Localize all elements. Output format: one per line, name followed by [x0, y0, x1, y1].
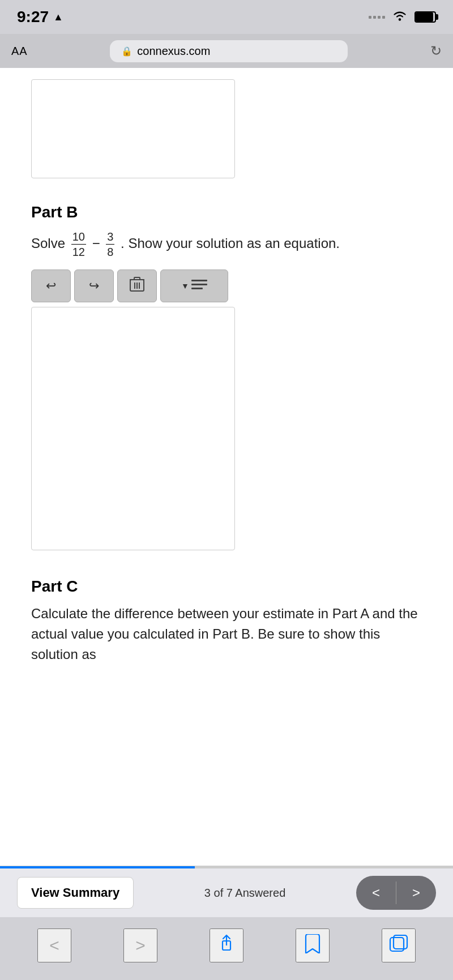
redo-button[interactable]: ↪	[74, 269, 114, 302]
safari-forward-button[interactable]: >	[123, 928, 157, 962]
answered-text: 3 of 7 Answered	[204, 887, 285, 900]
next-button[interactable]: >	[396, 876, 436, 910]
delete-button[interactable]	[117, 269, 157, 302]
part-b-text: Solve 10 12 − 3 8 . Show your solution a…	[31, 229, 422, 259]
safari-bookmark-button[interactable]	[296, 928, 330, 962]
fraction-10-12: 10 12	[71, 229, 86, 259]
safari-tabs-button[interactable]	[382, 928, 416, 962]
view-summary-button[interactable]: View Summary	[17, 877, 134, 909]
status-bar: 9:27 ▲	[0, 0, 453, 34]
part-c-text: Calculate the difference between your es…	[31, 604, 422, 665]
top-partial-area	[0, 68, 453, 190]
previous-answer-box[interactable]	[31, 79, 235, 178]
minus-sign: −	[92, 236, 104, 251]
prev-icon: <	[372, 885, 380, 901]
text-show: . Show your solution as an equation.	[121, 236, 340, 251]
svg-rect-7	[191, 280, 207, 281]
safari-forward-icon: >	[135, 936, 146, 955]
url-text: connexus.com	[137, 45, 210, 58]
url-bar[interactable]: 🔒 connexus.com	[110, 40, 348, 62]
text-solve: Solve	[31, 236, 69, 251]
part-c-heading: Part C	[31, 577, 422, 596]
safari-share-icon	[217, 934, 236, 957]
format-lines-icon	[191, 279, 207, 294]
part-c-section: Part C Calculate the difference between …	[0, 564, 453, 743]
safari-share-button[interactable]	[210, 928, 243, 962]
svg-point-0	[399, 18, 401, 20]
status-time: 9:27 ▲	[17, 8, 63, 26]
svg-rect-9	[191, 288, 203, 289]
signal-icon	[369, 16, 385, 19]
editor-toolbar: ↩ ↪ ▼	[31, 269, 422, 302]
format-button[interactable]: ▼	[160, 269, 228, 302]
bottom-bar-content: View Summary 3 of 7 Answered < >	[0, 868, 453, 917]
svg-rect-8	[191, 284, 207, 285]
prev-button[interactable]: <	[356, 876, 396, 910]
wifi-icon	[392, 9, 408, 25]
browser-bar: AA 🔒 connexus.com ↻	[0, 34, 453, 68]
lock-icon: 🔒	[121, 46, 133, 57]
safari-back-button[interactable]: <	[37, 928, 71, 962]
redo-icon: ↪	[89, 279, 99, 293]
chevron-down-icon: ▼	[181, 281, 189, 290]
trash-icon	[130, 276, 144, 296]
part-b-section: Part B Solve 10 12 − 3 8 . Show your sol…	[0, 190, 453, 564]
battery-icon	[414, 11, 436, 23]
time-display: 9:27	[17, 8, 49, 26]
status-icons	[369, 9, 436, 25]
undo-icon: ↩	[46, 279, 56, 293]
next-icon: >	[412, 885, 420, 901]
part-b-answer-box[interactable]	[31, 307, 235, 550]
safari-back-icon: <	[49, 936, 59, 955]
part-b-heading: Part B	[31, 203, 422, 221]
undo-button[interactable]: ↩	[31, 269, 71, 302]
aa-button[interactable]: AA	[11, 45, 28, 58]
bottom-overlay: View Summary 3 of 7 Answered < >	[0, 866, 453, 917]
refresh-icon[interactable]: ↻	[430, 43, 442, 59]
person-icon: ▲	[53, 11, 63, 23]
safari-bookmark-icon	[304, 934, 322, 957]
fraction-3-8: 3 8	[106, 229, 114, 259]
safari-tabs-icon	[389, 934, 408, 957]
safari-bottom-bar: < >	[0, 917, 453, 974]
content-area: Part B Solve 10 12 − 3 8 . Show your sol…	[0, 68, 453, 917]
home-indicator	[0, 974, 453, 980]
nav-buttons: < >	[356, 876, 436, 910]
